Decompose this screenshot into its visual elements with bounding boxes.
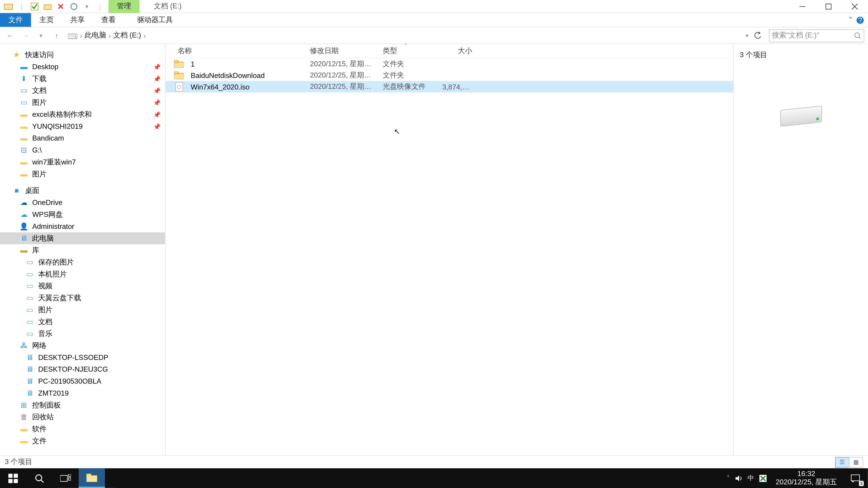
back-button[interactable]: ←	[4, 29, 17, 42]
tree-software[interactable]: ▬软件	[0, 423, 165, 435]
tree-pc2019[interactable]: 🖥PC-20190530OBLA	[0, 375, 165, 387]
clock-time: 16:32	[776, 470, 837, 478]
tree-desk-lsso[interactable]: 🖥DESKTOP-LSSOEDP	[0, 352, 165, 363]
column-date[interactable]: 修改日期	[306, 46, 379, 56]
start-button[interactable]	[0, 468, 26, 488]
tree-documents[interactable]: ▭文档📌	[0, 85, 165, 96]
qat-new-folder-icon[interactable]	[43, 2, 53, 11]
search-input[interactable]: 搜索"文档 (E:)"	[769, 29, 864, 42]
tree-pictures2[interactable]: ▬图片	[0, 168, 165, 180]
tab-file[interactable]: 文件	[0, 13, 31, 27]
search-button[interactable]	[26, 468, 53, 488]
qat-undo-icon[interactable]	[69, 2, 79, 11]
file-row[interactable]: 12020/12/15, 星期二 1...文件夹	[166, 58, 733, 70]
tab-drive-tools[interactable]: 驱动器工具	[129, 13, 181, 27]
tree-zmt[interactable]: 🖥ZMT2019	[0, 387, 165, 399]
volume-icon[interactable]	[735, 474, 743, 482]
column-headers[interactable]: ˄ 名称 修改日期 类型 大小	[166, 44, 733, 58]
videos-icon: ▭	[25, 281, 35, 291]
qat-delete-icon[interactable]: ✕	[56, 2, 66, 11]
tree-win7[interactable]: ▬win7重装win7	[0, 156, 165, 168]
file-row[interactable]: Win7x64_2020.iso2020/12/25, 星期五 1...光盘映像…	[166, 81, 733, 92]
explorer-taskbar-button[interactable]	[79, 468, 105, 488]
tab-view[interactable]: 查看	[93, 13, 124, 27]
tree-recycle[interactable]: 🗑回收站	[0, 411, 165, 423]
address-dropdown-icon[interactable]: ▾	[746, 33, 749, 38]
tree-admin[interactable]: 👤Administrator	[0, 221, 165, 232]
status-text: 3 个项目	[5, 457, 32, 467]
tab-home[interactable]: 主页	[31, 13, 62, 27]
svg-point-12	[855, 33, 860, 37]
tree-gdrive[interactable]: ⊟G:\	[0, 144, 165, 156]
tree-downloads[interactable]: ⬇下载📌	[0, 73, 165, 85]
tree-saved-pics[interactable]: ▭保存的图片	[0, 256, 165, 268]
qat-properties-icon[interactable]	[30, 2, 39, 11]
pin-icon: 📌	[153, 64, 160, 70]
context-tab-manage[interactable]: 管理	[108, 0, 140, 13]
close-button[interactable]	[842, 0, 868, 13]
tree-wps[interactable]: ☁WPS网盘	[0, 208, 165, 221]
minimize-button[interactable]	[789, 0, 815, 13]
tree-tianyi[interactable]: ▭天翼云盘下载	[0, 292, 165, 304]
qat-dropdown-icon[interactable]: ▾	[82, 2, 92, 11]
search-icon[interactable]	[854, 32, 862, 39]
drive-preview-icon	[777, 102, 825, 132]
tree-onedrive[interactable]: ☁OneDrive	[0, 197, 165, 208]
tray-app-icon[interactable]	[759, 474, 767, 482]
network-icon: 🖧	[19, 341, 29, 350]
tree-bandicam[interactable]: ▬Bandicam	[0, 132, 165, 144]
taskbar-clock[interactable]: 16:32 2020/12/25, 星期五	[772, 470, 841, 486]
breadcrumb[interactable]: › 此电脑 › 文档 (E:) ›	[66, 30, 743, 40]
tree-yunqishi[interactable]: ▬YUNQISHI2019📌	[0, 121, 165, 132]
maximize-button[interactable]	[815, 0, 842, 13]
folder-icon: ▭	[25, 305, 35, 315]
up-button[interactable]: ↑	[50, 29, 63, 42]
tree-camera-roll[interactable]: ▭本机照片	[0, 268, 165, 280]
tree-desk-njeu[interactable]: 🖥DESKTOP-NJEU3CG	[0, 363, 165, 376]
breadcrumb-sep-icon[interactable]: ›	[80, 31, 82, 39]
tree-desktop-zh[interactable]: ■桌面	[0, 185, 165, 197]
ime-indicator[interactable]: 中	[747, 474, 754, 483]
titlebar: | ✕ ▾ | 管理 文档 (E:)	[0, 0, 868, 13]
tree-pics[interactable]: ▭图片	[0, 304, 165, 316]
navigation-tree[interactable]: ★快速访问 ▬Desktop📌 ⬇下载📌 ▭文档📌 ▭图片📌 ▬excel表格制…	[0, 44, 166, 455]
tree-network[interactable]: 🖧网络	[0, 339, 165, 352]
tree-label: 图片	[32, 169, 46, 179]
svg-rect-22	[8, 479, 12, 483]
recent-dropdown-icon[interactable]: ▾	[35, 29, 48, 42]
column-size[interactable]: 大小	[439, 46, 475, 56]
tree-excel[interactable]: ▬excel表格制作求和📌	[0, 108, 165, 121]
svg-rect-29	[86, 475, 97, 482]
column-name[interactable]: 名称	[174, 46, 306, 56]
tree-desktop[interactable]: ▬Desktop📌	[0, 61, 165, 73]
tree-quick-access[interactable]: ★快速访问	[0, 49, 165, 61]
forward-button[interactable]: →	[19, 29, 32, 42]
desktop-icon: ■	[12, 186, 22, 195]
tree-control-panel[interactable]: ⊞控制面板	[0, 399, 165, 411]
tree-videos[interactable]: ▭视频	[0, 280, 165, 292]
file-row[interactable]: BaiduNetdiskDownload2020/12/25, 星期五 1...…	[166, 70, 733, 81]
breadcrumb-root[interactable]: 此电脑	[85, 30, 106, 40]
tab-share[interactable]: 共享	[62, 13, 93, 27]
breadcrumb-current[interactable]: 文档 (E:)	[113, 30, 141, 40]
view-details-button[interactable]: ☰	[835, 457, 849, 467]
view-icons-button[interactable]: ▦	[849, 457, 863, 467]
svg-rect-23	[14, 479, 18, 483]
file-name: BaiduNetdiskDownload	[187, 71, 306, 79]
notification-center-button[interactable]: 3	[845, 468, 866, 488]
tree-libraries[interactable]: ▬库	[0, 244, 165, 256]
breadcrumb-sep-icon[interactable]: ›	[108, 31, 111, 39]
ribbon-expand-icon[interactable]: ˄	[849, 16, 852, 24]
task-view-button[interactable]	[53, 468, 79, 488]
tray-overflow-icon[interactable]: ˄	[727, 475, 730, 482]
help-icon[interactable]: ?	[856, 16, 864, 24]
tree-music[interactable]: ▭音乐	[0, 328, 165, 339]
tree-pictures[interactable]: ▭图片📌	[0, 96, 165, 108]
column-type[interactable]: 类型	[379, 46, 439, 56]
breadcrumb-sep-icon[interactable]: ›	[144, 31, 146, 39]
tree-this-pc[interactable]: 🖥此电脑	[0, 232, 165, 244]
tree-docs[interactable]: ▭文档	[0, 316, 165, 328]
refresh-button[interactable]	[751, 29, 764, 42]
libraries-icon: ▬	[19, 246, 29, 255]
tree-files[interactable]: ▬文件	[0, 435, 165, 447]
